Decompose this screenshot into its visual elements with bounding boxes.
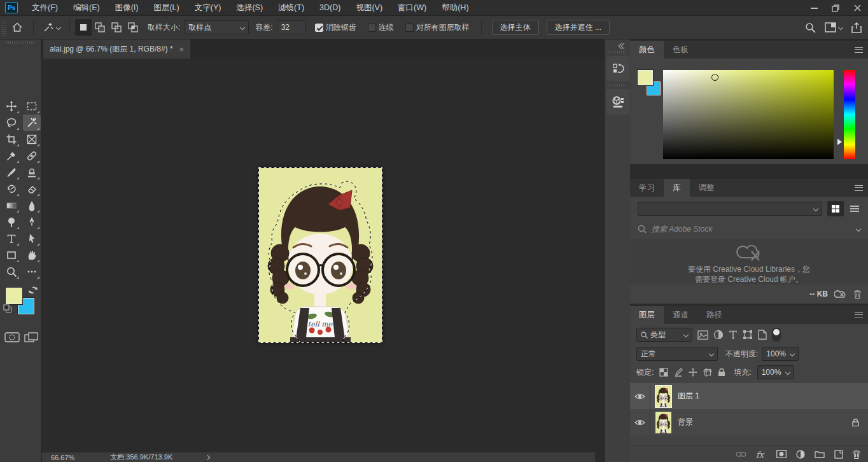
- move-tool[interactable]: [3, 98, 20, 115]
- brush-tool[interactable]: [3, 164, 20, 181]
- screen-mode-button[interactable]: [24, 332, 38, 344]
- foreground-color-swatch[interactable]: [6, 288, 22, 304]
- smart-object-filter-icon[interactable]: [758, 330, 767, 340]
- type-filter-icon[interactable]: [729, 330, 738, 339]
- frame-tool[interactable]: [23, 131, 41, 148]
- menu-type[interactable]: 文字(Y): [187, 0, 229, 16]
- tab-learn[interactable]: 学习: [630, 179, 664, 197]
- pixel-layer-filter-icon[interactable]: [697, 330, 708, 340]
- magic-wand-tool[interactable]: [23, 115, 41, 131]
- menu-view[interactable]: 视图(V): [348, 0, 390, 16]
- dodge-tool[interactable]: [3, 214, 20, 230]
- panel-foreground-swatch[interactable]: [638, 70, 653, 85]
- tab-color[interactable]: 颜色: [630, 41, 664, 59]
- close-button[interactable]: [846, 0, 868, 16]
- color-saturation-field[interactable]: [663, 70, 834, 159]
- zoom-level[interactable]: 66.67%: [51, 454, 74, 461]
- options-grip[interactable]: [1, 19, 6, 36]
- lasso-tool[interactable]: [3, 115, 20, 131]
- home-icon[interactable]: [6, 22, 28, 33]
- pen-tool[interactable]: [23, 214, 41, 230]
- lock-transparent-icon[interactable]: [659, 368, 668, 377]
- swap-colors-icon[interactable]: [28, 244, 38, 255]
- new-layer-icon[interactable]: [834, 450, 843, 459]
- menu-3d[interactable]: 3D(D): [312, 0, 348, 16]
- tab-close-icon[interactable]: ×: [179, 45, 185, 54]
- layer-name[interactable]: 图层 1: [678, 391, 699, 402]
- menu-layer[interactable]: 图层(L): [146, 0, 186, 16]
- status-chevron-icon[interactable]: [205, 454, 210, 459]
- search-icon[interactable]: [805, 22, 816, 33]
- blend-mode-dropdown[interactable]: 正常: [636, 347, 718, 361]
- history-panel-icon[interactable]: [606, 56, 629, 81]
- grid-view-button[interactable]: [827, 201, 844, 216]
- hue-slider-marker[interactable]: [837, 139, 842, 145]
- background-lock-icon[interactable]: [852, 418, 859, 426]
- group-icon[interactable]: [815, 450, 825, 458]
- default-colors-icon[interactable]: [3, 304, 12, 313]
- clone-stamp-tool[interactable]: [23, 164, 41, 181]
- history-brush-tool[interactable]: [3, 181, 20, 197]
- layer-name[interactable]: 背景: [678, 417, 693, 428]
- workspace-switcher-icon[interactable]: [825, 22, 843, 32]
- crop-tool[interactable]: [3, 131, 20, 148]
- type-tool[interactable]: [3, 230, 20, 247]
- healing-brush-tool[interactable]: [23, 148, 41, 164]
- library-panel-menu-icon[interactable]: [855, 185, 863, 191]
- document-tab[interactable]: alal.jpg @ 66.7% (图层 1, RGB/8#) * ×: [43, 39, 190, 59]
- color-panel-menu-icon[interactable]: [855, 47, 863, 53]
- share-icon[interactable]: [851, 22, 862, 33]
- layers-panel-menu-icon[interactable]: [855, 312, 863, 318]
- menu-image[interactable]: 图像(I): [108, 0, 146, 16]
- sample-all-layers-checkbox[interactable]: [405, 24, 414, 32]
- quick-mask-button[interactable]: [4, 332, 20, 344]
- menu-filter[interactable]: 滤镜(T): [270, 0, 312, 16]
- collapse-dock-icon[interactable]: [619, 44, 626, 48]
- tab-paths[interactable]: 路径: [697, 306, 731, 324]
- layer-style-icon[interactable]: fx: [756, 450, 767, 459]
- 3d-panel-icon[interactable]: [606, 89, 629, 115]
- anti-alias-checkbox[interactable]: [315, 24, 323, 32]
- rectangle-tool[interactable]: [3, 247, 20, 263]
- restore-button[interactable]: [825, 0, 846, 16]
- shape-filter-icon[interactable]: [743, 330, 753, 340]
- layer-mask-icon[interactable]: [776, 450, 787, 458]
- menu-edit[interactable]: 编辑(E): [66, 0, 108, 16]
- eraser-tool[interactable]: [23, 181, 41, 197]
- add-selection-mode-button[interactable]: [92, 19, 108, 36]
- lock-position-icon[interactable]: [689, 368, 697, 377]
- filter-toggle-pill[interactable]: [772, 328, 781, 342]
- tab-channels[interactable]: 通道: [664, 306, 697, 324]
- layer-row-background[interactable]: 背景: [630, 409, 868, 435]
- marquee-tool[interactable]: [23, 98, 41, 115]
- adjustment-layer-icon[interactable]: [796, 450, 805, 459]
- layer-thumbnail[interactable]: [655, 386, 671, 407]
- adobe-stock-search-field[interactable]: 搜索 Adobe Stock: [638, 222, 860, 236]
- gradient-tool[interactable]: [3, 197, 20, 214]
- tab-adjustments[interactable]: 调整: [690, 179, 724, 197]
- tolerance-input[interactable]: 32: [277, 20, 306, 34]
- link-layers-icon[interactable]: [736, 451, 746, 458]
- intersect-selection-mode-button[interactable]: [125, 19, 141, 36]
- zoom-tool[interactable]: [3, 263, 20, 280]
- canvas-pasteboard[interactable]: [42, 59, 595, 452]
- toolbar-grip[interactable]: [6, 41, 34, 44]
- magic-wand-preset-icon[interactable]: [39, 22, 64, 33]
- visibility-eye-icon[interactable]: [630, 383, 650, 409]
- visibility-eye-icon[interactable]: [630, 409, 650, 435]
- list-view-button[interactable]: [846, 201, 863, 216]
- tab-layers[interactable]: 图层: [630, 306, 664, 324]
- tab-swatches[interactable]: 色板: [664, 41, 697, 59]
- tab-libraries[interactable]: 库: [664, 179, 690, 197]
- subtract-selection-mode-button[interactable]: [108, 19, 125, 36]
- menu-select[interactable]: 选择(S): [228, 0, 270, 16]
- select-subject-button[interactable]: 选择主体: [492, 20, 539, 35]
- cc-sync-icon[interactable]: [834, 290, 847, 299]
- fill-dropdown[interactable]: 100%: [757, 365, 794, 379]
- document-canvas[interactable]: [258, 167, 382, 343]
- lock-artboard-icon[interactable]: [703, 368, 712, 377]
- lock-all-icon[interactable]: [718, 368, 725, 377]
- swap-colors-icon[interactable]: [28, 285, 38, 295]
- new-selection-mode-button[interactable]: [75, 19, 92, 36]
- delete-layer-icon[interactable]: [853, 450, 860, 459]
